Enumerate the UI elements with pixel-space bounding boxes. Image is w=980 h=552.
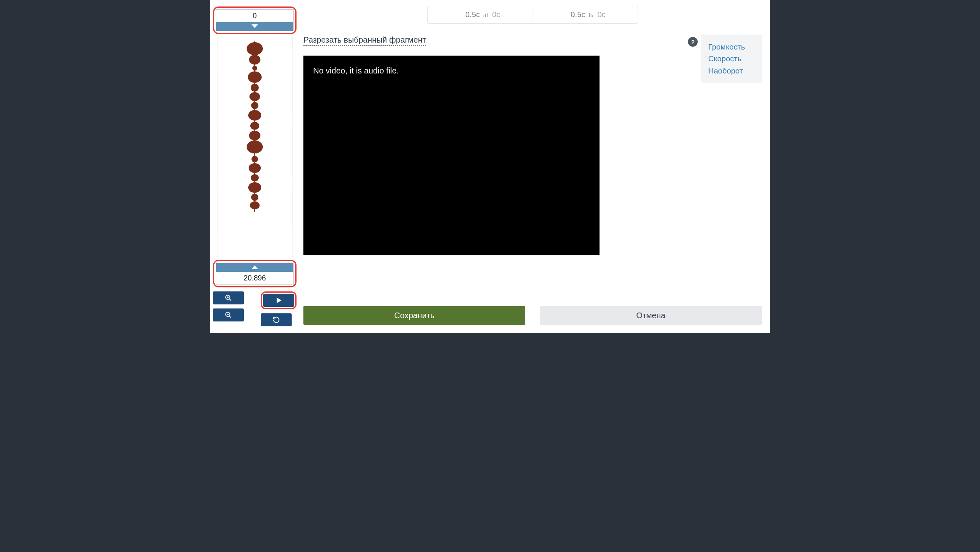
waveform-area[interactable] bbox=[217, 37, 292, 257]
play-icon bbox=[275, 297, 282, 304]
zoom-out-icon bbox=[225, 311, 232, 319]
end-marker-handle[interactable] bbox=[216, 263, 293, 272]
play-button-highlight bbox=[261, 291, 297, 309]
end-time-input[interactable] bbox=[216, 272, 293, 284]
reverse-link[interactable]: Наоборот bbox=[708, 65, 754, 77]
chevron-up-icon bbox=[251, 265, 258, 270]
cut-fragment-link[interactable]: Разрезать выбранный фрагмент bbox=[303, 34, 426, 46]
volume-link[interactable]: Громкость bbox=[708, 41, 754, 53]
svg-marker-19 bbox=[251, 265, 258, 269]
svg-rect-31 bbox=[589, 13, 590, 17]
fade-out-suffix: 0с bbox=[597, 10, 606, 19]
svg-rect-29 bbox=[485, 14, 486, 17]
reload-icon bbox=[273, 316, 280, 323]
svg-marker-0 bbox=[251, 24, 258, 28]
video-message: No video, it is audio file. bbox=[313, 66, 399, 75]
fade-out-input[interactable] bbox=[565, 10, 585, 19]
fade-out-cell[interactable]: 0с bbox=[533, 6, 638, 23]
reset-button[interactable] bbox=[261, 313, 292, 326]
bottom-buttons: Сохранить Отмена bbox=[303, 306, 762, 325]
chevron-down-icon bbox=[251, 24, 258, 28]
zoom-play-controls bbox=[213, 291, 297, 326]
save-button[interactable]: Сохранить bbox=[303, 306, 525, 325]
cancel-button[interactable]: Отмена bbox=[540, 306, 762, 325]
audio-editor: 0с 0с Разрезать выбранный фрагмент No vi… bbox=[210, 0, 770, 333]
end-marker-highlight bbox=[213, 260, 297, 287]
svg-rect-28 bbox=[484, 15, 484, 17]
start-marker-handle[interactable] bbox=[216, 22, 293, 31]
svg-line-25 bbox=[229, 316, 231, 318]
middle-row: No video, it is audio file. ? Громкость … bbox=[303, 56, 762, 255]
fade-out-icon bbox=[589, 12, 594, 17]
svg-rect-18 bbox=[254, 41, 255, 212]
zoom-in-button[interactable] bbox=[213, 291, 244, 304]
side-links: Громкость Скорость Наоборот bbox=[701, 34, 762, 83]
waveform-icon bbox=[243, 41, 267, 212]
fade-in-icon bbox=[483, 12, 489, 17]
right-column: 0с 0с Разрезать выбранный фрагмент No vi… bbox=[299, 0, 770, 333]
zoom-in-icon bbox=[225, 294, 232, 302]
svg-rect-30 bbox=[487, 13, 488, 17]
speed-link[interactable]: Скорость bbox=[708, 53, 754, 65]
svg-rect-32 bbox=[591, 14, 591, 17]
fade-in-input[interactable] bbox=[460, 10, 480, 19]
start-time-input[interactable] bbox=[216, 10, 293, 22]
video-preview: No video, it is audio file. bbox=[303, 56, 600, 255]
start-marker-highlight bbox=[213, 6, 297, 34]
fade-in-cell[interactable]: 0с bbox=[428, 6, 533, 23]
play-button[interactable] bbox=[263, 294, 294, 307]
svg-line-21 bbox=[229, 299, 231, 301]
fade-in-suffix: 0с bbox=[492, 10, 500, 19]
zoom-out-button[interactable] bbox=[213, 308, 244, 321]
fade-inputs: 0с 0с bbox=[427, 6, 638, 24]
left-column bbox=[210, 0, 299, 333]
help-button[interactable]: ? bbox=[688, 37, 698, 47]
side-panel: ? Громкость Скорость Наоборот bbox=[688, 34, 762, 83]
svg-rect-33 bbox=[592, 15, 593, 17]
svg-marker-27 bbox=[277, 298, 282, 303]
